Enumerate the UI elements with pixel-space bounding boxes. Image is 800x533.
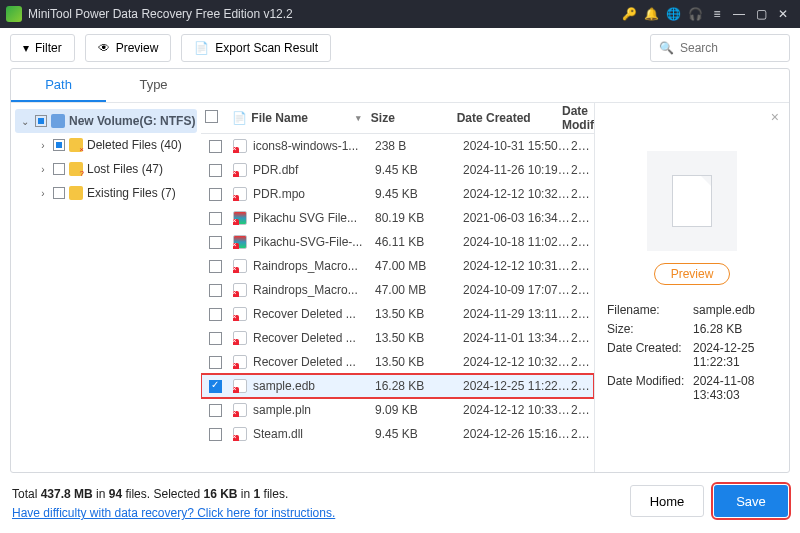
preview-close-icon[interactable]: × — [771, 109, 779, 125]
file-row[interactable]: Raindrops_Macro...47.00 MB2024-12-12 10:… — [201, 254, 594, 278]
file-date-modified: 2024... — [571, 331, 594, 345]
main-panel: Path Type ⌄ New Volume(G: NTFS) › Delete… — [10, 68, 790, 473]
row-checkbox[interactable] — [209, 188, 222, 201]
row-checkbox[interactable] — [209, 356, 222, 369]
file-row[interactable]: Recover Deleted ...13.50 KB2024-11-29 13… — [201, 302, 594, 326]
menu-icon[interactable]: ≡ — [706, 7, 728, 21]
filter-button[interactable]: ▾Filter — [10, 34, 75, 62]
folder-lost-icon — [69, 162, 83, 176]
document-icon — [672, 175, 712, 227]
row-checkbox[interactable] — [209, 212, 222, 225]
bell-icon[interactable]: 🔔 — [640, 7, 662, 21]
file-date-modified: 2024... — [571, 235, 594, 249]
file-date-created: 2024-10-31 15:50:... — [463, 139, 571, 153]
save-button[interactable]: Save — [714, 485, 788, 517]
filter-label: Filter — [35, 41, 62, 55]
col-date-modified[interactable]: Date Modif — [562, 104, 594, 132]
collapse-icon[interactable]: ⌄ — [19, 116, 31, 127]
size-key: Size: — [607, 322, 685, 336]
export-button[interactable]: 📄Export Scan Result — [181, 34, 331, 62]
search-input[interactable] — [680, 41, 781, 55]
close-icon[interactable]: ✕ — [772, 7, 794, 21]
tab-path[interactable]: Path — [11, 69, 106, 102]
toolbar: ▾Filter 👁Preview 📄Export Scan Result 🔍 — [0, 28, 800, 68]
file-name: Raindrops_Macro... — [253, 259, 358, 273]
file-type-icon — [233, 259, 247, 273]
row-checkbox[interactable] — [209, 236, 222, 249]
col-size[interactable]: Size — [371, 111, 457, 125]
preview-pane: × Preview Filename:sample.edb Size:16.28… — [594, 103, 789, 472]
tree-deleted-label: Deleted Files (40) — [87, 138, 182, 152]
maximize-icon[interactable]: ▢ — [750, 7, 772, 21]
globe-icon[interactable]: 🌐 — [662, 7, 684, 21]
file-row[interactable]: Steam.dll9.45 KB2024-12-26 15:16:...2024… — [201, 422, 594, 446]
tree-deleted[interactable]: › Deleted Files (40) — [15, 133, 197, 157]
file-name: Raindrops_Macro... — [253, 283, 358, 297]
file-row[interactable]: Raindrops_Macro...47.00 MB2024-10-09 17:… — [201, 278, 594, 302]
row-checkbox[interactable] — [209, 140, 222, 153]
file-date-modified: 2024... — [571, 139, 594, 153]
file-name: Steam.dll — [253, 427, 303, 441]
headset-icon[interactable]: 🎧 — [684, 7, 706, 21]
file-row[interactable]: icons8-windows-1...238 B2024-10-31 15:50… — [201, 134, 594, 158]
file-row[interactable]: PDR.dbf9.45 KB2024-11-26 10:19:242024... — [201, 158, 594, 182]
file-date-modified: 2024... — [571, 259, 594, 273]
row-checkbox[interactable] — [209, 164, 222, 177]
checkbox[interactable] — [53, 139, 65, 151]
stats: Total 437.8 MB in 94 files. Selected 16 … — [12, 485, 335, 503]
search-icon: 🔍 — [659, 41, 674, 55]
tree-drive[interactable]: ⌄ New Volume(G: NTFS) — [15, 109, 197, 133]
file-row[interactable]: Pikachu SVG File...80.19 KB2021-06-03 16… — [201, 206, 594, 230]
search-input-wrap[interactable]: 🔍 — [650, 34, 790, 62]
row-checkbox[interactable] — [209, 380, 222, 393]
file-size: 13.50 KB — [375, 355, 463, 369]
key-icon[interactable]: 🔑 — [618, 7, 640, 21]
preview-file-button[interactable]: Preview — [654, 263, 731, 285]
help-link[interactable]: Have difficulty with data recovery? Clic… — [12, 506, 335, 520]
file-name: sample.pln — [253, 403, 311, 417]
file-row[interactable]: Recover Deleted ...13.50 KB2024-12-12 10… — [201, 350, 594, 374]
row-checkbox[interactable] — [209, 428, 222, 441]
file-date-created: 2024-12-12 10:32:... — [463, 355, 571, 369]
file-size: 9.45 KB — [375, 163, 463, 177]
file-name: sample.edb — [253, 379, 315, 393]
row-checkbox[interactable] — [209, 404, 222, 417]
file-size: 13.50 KB — [375, 331, 463, 345]
file-type-icon — [233, 307, 247, 321]
checkbox[interactable] — [53, 163, 65, 175]
file-date-created: 2024-10-09 17:07:... — [463, 283, 571, 297]
file-row[interactable]: Recover Deleted ...13.50 KB2024-11-01 13… — [201, 326, 594, 350]
checkbox[interactable] — [35, 115, 47, 127]
select-all-checkbox[interactable] — [205, 110, 218, 123]
file-size: 47.00 MB — [375, 283, 463, 297]
tree-existing[interactable]: › Existing Files (7) — [15, 181, 197, 205]
file-row[interactable]: sample.edb16.28 KB2024-12-25 11:22:31202… — [201, 374, 594, 398]
expand-icon[interactable]: › — [37, 140, 49, 151]
tree-existing-label: Existing Files (7) — [87, 186, 176, 200]
row-checkbox[interactable] — [209, 284, 222, 297]
file-date-modified: 2024... — [571, 307, 594, 321]
row-checkbox[interactable] — [209, 260, 222, 273]
row-checkbox[interactable] — [209, 332, 222, 345]
preview-button[interactable]: 👁Preview — [85, 34, 172, 62]
file-row[interactable]: Pikachu-SVG-File-...46.11 KB2024-10-18 1… — [201, 230, 594, 254]
tab-type[interactable]: Type — [106, 69, 201, 102]
checkbox[interactable] — [53, 187, 65, 199]
col-name[interactable]: 📄File Name▾ — [232, 111, 371, 125]
file-name: Pikachu SVG File... — [253, 211, 357, 225]
file-size: 9.45 KB — [375, 187, 463, 201]
file-row[interactable]: PDR.mpo9.45 KB2024-12-12 10:32:...2024..… — [201, 182, 594, 206]
file-date-modified: 2024... — [571, 163, 594, 177]
expand-icon[interactable]: › — [37, 164, 49, 175]
tree-drive-label: New Volume(G: NTFS) — [69, 114, 195, 128]
window-title: MiniTool Power Data Recovery Free Editio… — [28, 7, 618, 21]
row-checkbox[interactable] — [209, 308, 222, 321]
file-date-modified: 2024... — [571, 379, 594, 393]
expand-icon[interactable]: › — [37, 188, 49, 199]
col-date-created[interactable]: Date Created — [457, 111, 562, 125]
home-button[interactable]: Home — [630, 485, 704, 517]
tree-lost[interactable]: › Lost Files (47) — [15, 157, 197, 181]
minimize-icon[interactable]: — — [728, 7, 750, 21]
file-type-icon — [233, 187, 247, 201]
file-row[interactable]: sample.pln9.09 KB2024-12-12 10:33:...202… — [201, 398, 594, 422]
